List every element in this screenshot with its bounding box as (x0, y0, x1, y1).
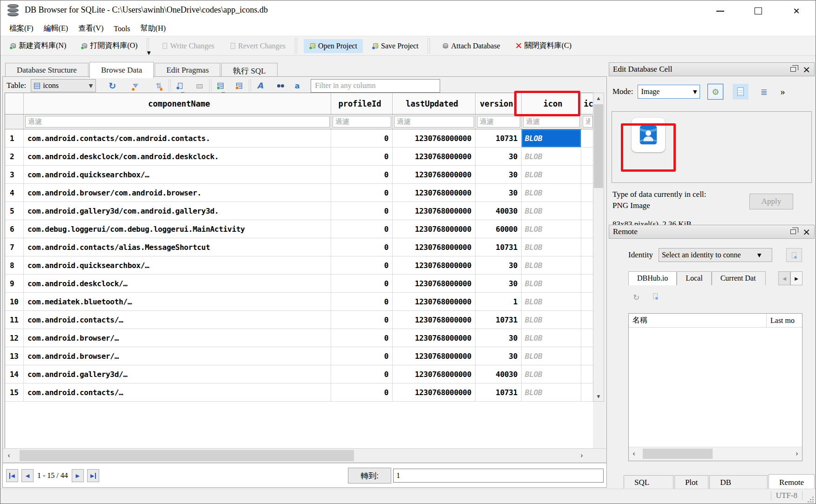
case-button[interactable]: a (291, 80, 303, 92)
cell-partial[interactable] (581, 383, 593, 401)
clear-filters-button[interactable] (129, 80, 142, 92)
remote-scroll-thumb[interactable] (643, 449, 713, 459)
cell-n[interactable]: 6 (5, 220, 24, 238)
cell-lastUpdated[interactable]: 1230768000000 (393, 148, 476, 165)
filter-any-column-input[interactable] (311, 79, 440, 93)
cell-icon[interactable]: BLOB (522, 329, 581, 347)
apply-button[interactable]: Apply (749, 194, 793, 209)
cell-n[interactable]: 10 (5, 293, 24, 310)
filter-profileId[interactable] (333, 116, 391, 128)
cell-n[interactable]: 4 (5, 184, 24, 202)
cell-partial[interactable] (581, 148, 593, 165)
cell-profileId[interactable]: 0 (331, 129, 393, 147)
cell-version[interactable]: 10731 (476, 311, 522, 329)
save-project-button[interactable]: Save Project (367, 39, 424, 53)
cell-icon[interactable]: BLOB (522, 311, 581, 329)
cell-componentName[interactable]: com.debug.loggerui/com.debug.loggerui.Ma… (24, 220, 331, 238)
tab-current-database[interactable]: Current Dat (712, 271, 766, 285)
header-lastUpdated[interactable]: lastUpdated (393, 93, 476, 114)
cell-componentName[interactable]: com.android.deskclock/com.android.deskcl… (24, 148, 331, 165)
clone-database-icon[interactable] (652, 293, 659, 300)
cell-partial[interactable] (581, 184, 593, 202)
cell-icon[interactable]: BLOB (522, 166, 581, 183)
goto-button[interactable]: 轉到: (348, 468, 391, 484)
cell-icon[interactable]: BLOB (522, 293, 581, 310)
goto-record-input[interactable] (393, 469, 604, 483)
close-dock-icon[interactable]: × (802, 66, 810, 73)
font-format-button[interactable]: A (254, 80, 266, 92)
revert-changes-button[interactable]: Revert Changes (224, 39, 291, 53)
menu-help[interactable]: 幫助(H) (136, 22, 171, 35)
cell-partial[interactable] (581, 238, 593, 256)
cell-n[interactable]: 3 (5, 166, 24, 183)
cell-lastUpdated[interactable]: 1230768000000 (393, 275, 476, 292)
cell-version[interactable]: 30 (476, 256, 522, 274)
cell-lastUpdated[interactable]: 1230768000000 (393, 365, 476, 383)
menu-view[interactable]: 查看(V) (73, 22, 109, 35)
float-dock-icon[interactable] (790, 67, 796, 72)
grid-horizontal-scrollbar[interactable]: ‹ › (3, 448, 606, 463)
scroll-down-icon[interactable]: ▼ (593, 391, 604, 401)
cell-lastUpdated[interactable]: 1230768000000 (393, 329, 476, 347)
find-button[interactable] (272, 80, 285, 92)
tab-scroll-right-icon[interactable]: ▶ (790, 271, 802, 285)
cell-n[interactable]: 15 (5, 383, 24, 401)
minimize-button[interactable] (701, 0, 739, 21)
scroll-right-icon[interactable]: › (580, 451, 583, 460)
cell-icon[interactable]: BLOB (522, 202, 581, 220)
cell-lastUpdated[interactable]: 1230768000000 (393, 202, 476, 220)
cell-icon[interactable]: BLOB (522, 238, 581, 256)
cell-icon[interactable]: BLOB (522, 220, 581, 238)
write-changes-button[interactable]: Write Changes (156, 39, 220, 53)
cell-componentName[interactable]: com.mediatek.bluetooth/… (24, 293, 331, 310)
cell-partial[interactable] (581, 347, 593, 365)
cell-partial[interactable] (581, 129, 593, 147)
cell-partial[interactable] (581, 329, 593, 347)
cell-n[interactable]: 7 (5, 238, 24, 256)
remote-refresh-icon[interactable]: ↻ (633, 293, 639, 302)
print-button[interactable] (193, 80, 205, 92)
remote-col-last-modified[interactable]: Last mo (767, 316, 799, 325)
cell-version[interactable]: 30 (476, 347, 522, 365)
cell-lastUpdated[interactable]: 1230768000000 (393, 347, 476, 365)
float-dock-icon[interactable] (790, 229, 796, 234)
cell-lastUpdated[interactable]: 1230768000000 (393, 293, 476, 310)
import-data-button[interactable]: ⚙ (707, 84, 723, 100)
cell-componentName[interactable]: com.android.quicksearchbox/… (24, 256, 331, 274)
cell-profileId[interactable]: 0 (331, 347, 393, 365)
cell-profileId[interactable]: 0 (331, 275, 393, 292)
open-database-button[interactable]: 打開資料庫(O) ▼ (75, 38, 143, 54)
cell-version[interactable]: 40030 (476, 202, 522, 220)
remote-col-name[interactable]: 名稱 (629, 314, 767, 327)
save-results-button[interactable]: ▼ (174, 80, 186, 92)
cell-profileId[interactable]: 0 (331, 365, 393, 383)
cell-n[interactable]: 14 (5, 365, 24, 383)
menu-tools[interactable]: Tools (109, 23, 135, 34)
cell-version[interactable]: 30 (476, 275, 522, 292)
menu-edit[interactable]: 編輯(E) (39, 22, 73, 35)
filter-icon[interactable] (523, 116, 580, 128)
tab-dbhub[interactable]: DBHub.io (628, 271, 677, 285)
header-profileId[interactable]: profileId (331, 93, 393, 114)
header-corner[interactable] (5, 93, 24, 114)
cell-n[interactable]: 13 (5, 347, 24, 365)
next-record-button[interactable]: ▶ (72, 469, 84, 482)
cell-componentName[interactable]: com.android.deskclock/… (24, 275, 331, 292)
cell-partial[interactable] (581, 220, 593, 238)
cell-icon[interactable]: BLOB (522, 148, 581, 165)
cell-n[interactable]: 2 (5, 148, 24, 165)
cell-lastUpdated[interactable]: 1230768000000 (393, 184, 476, 202)
cell-profileId[interactable]: 0 (331, 238, 393, 256)
cell-profileId[interactable]: 0 (331, 293, 393, 310)
more-tools-icon[interactable]: » (780, 87, 785, 97)
cell-lastUpdated[interactable]: 1230768000000 (393, 383, 476, 401)
cell-partial[interactable] (581, 311, 593, 329)
cell-componentName[interactable]: com.android.contacts/… (24, 383, 331, 401)
header-componentName[interactable]: componentName (24, 93, 331, 114)
cell-componentName[interactable]: com.android.contacts/… (24, 311, 331, 329)
new-database-button[interactable]: 新建資料庫(N) (4, 38, 72, 54)
cell-n[interactable]: 1 (5, 129, 24, 147)
header-partial-column[interactable]: ic (581, 93, 593, 114)
cell-profileId[interactable]: 0 (331, 220, 393, 238)
maximize-button[interactable] (739, 0, 777, 21)
